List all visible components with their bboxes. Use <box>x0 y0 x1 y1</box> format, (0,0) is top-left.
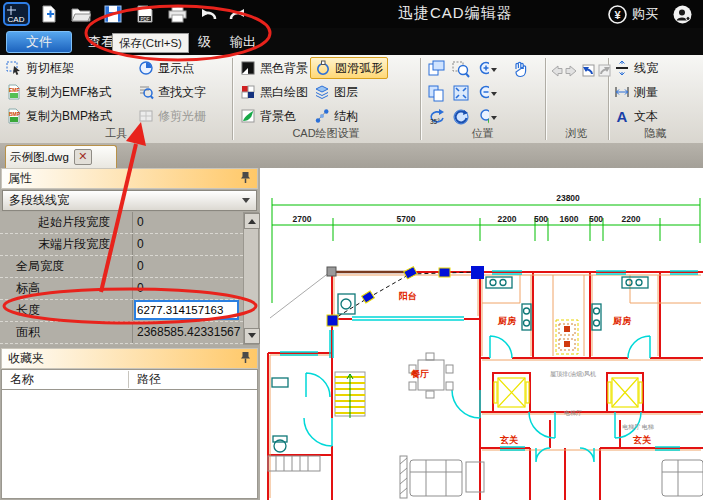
new-file-icon[interactable] <box>36 2 62 26</box>
drawing-area[interactable]: 23800 2700 5700 2200 500 1600 500 2200 <box>260 168 703 500</box>
property-value: 0 <box>133 256 243 277</box>
back-icon[interactable] <box>549 61 564 80</box>
find-text-button[interactable]: 查找文字 <box>138 82 206 102</box>
save-icon[interactable] <box>100 2 126 26</box>
text-button[interactable]: A 文本 <box>614 106 658 126</box>
property-row[interactable]: 面积 2368585.42331567 <box>0 322 243 344</box>
pan-icon[interactable] <box>511 59 530 78</box>
copy-emf-label: 复制为EMF格式 <box>26 84 111 101</box>
undo-icon[interactable] <box>196 2 222 26</box>
measure-button[interactable]: 测量 <box>614 82 658 102</box>
open-file-icon[interactable] <box>68 2 94 26</box>
next-view-icon[interactable] <box>597 61 613 80</box>
svg-text:¥: ¥ <box>614 8 621 20</box>
layers-button[interactable]: 图层 <box>314 82 358 102</box>
rotate-view-icon[interactable] <box>452 107 471 126</box>
copy-bmp-button[interactable]: BMP 复制为BMP格式 <box>6 106 112 126</box>
copy-emf-button[interactable]: EMF 复制为EMF格式 <box>6 82 111 102</box>
svg-text:2200: 2200 <box>622 214 641 224</box>
line-width-label: 线宽 <box>634 60 658 77</box>
property-label: 末端片段宽度 <box>0 234 133 255</box>
cad-settings-group-label: CAD绘图设置 <box>232 126 420 141</box>
text-label: 文本 <box>634 108 658 125</box>
trim-raster-button[interactable]: 修剪光栅 <box>138 106 206 126</box>
properties-panel-header: 属性 <box>1 168 258 189</box>
zoom-extents-icon[interactable] <box>452 83 471 102</box>
chevron-down-icon <box>242 198 250 207</box>
show-points-label: 显示点 <box>158 60 194 77</box>
page-rotate-icon[interactable] <box>427 59 446 78</box>
show-points-button[interactable]: 显示点 <box>138 58 194 78</box>
svg-text:电梯厅: 电梯厅 <box>564 409 582 416</box>
redo-icon[interactable] <box>224 2 250 26</box>
property-row[interactable]: 标高 0 <box>0 278 243 300</box>
close-tab-icon[interactable]: ✕ <box>74 149 92 165</box>
structure-button[interactable]: 结构 <box>314 106 358 126</box>
svg-text:EMF: EMF <box>9 87 20 93</box>
browse-group-label: 浏览 <box>545 126 608 141</box>
property-grid-scrollbar[interactable] <box>243 212 259 345</box>
document-tab[interactable]: 示例图.dwg ✕ <box>5 145 117 168</box>
black-background-button[interactable]: 黑色背景 <box>240 58 308 78</box>
pin-icon[interactable] <box>240 171 251 187</box>
favorites-path-column[interactable]: 路径 <box>128 371 161 388</box>
favorites-list[interactable] <box>1 390 258 499</box>
line-width-button[interactable]: 线宽 <box>614 58 658 78</box>
scroll-down-button[interactable] <box>244 328 260 344</box>
copy-bmp-label: 复制为BMP格式 <box>26 108 112 125</box>
scroll-up-button[interactable] <box>244 213 260 229</box>
dimension-labels: 23800 2700 5700 2200 500 1600 500 2200 <box>293 193 641 224</box>
zoom-out-icon[interactable] <box>478 83 497 102</box>
zoom-selected-dropdown[interactable] <box>491 116 497 123</box>
user-account-icon[interactable] <box>670 2 694 26</box>
length-value-input[interactable] <box>134 300 239 320</box>
property-row[interactable]: 全局宽度 0 <box>0 256 243 278</box>
zoom-in-icon[interactable] <box>478 59 497 78</box>
zoom-selected-icon[interactable] <box>478 107 497 126</box>
elevator-shafts <box>494 378 642 407</box>
print-icon[interactable] <box>164 2 190 26</box>
prev-view-icon[interactable] <box>581 61 597 80</box>
line-width-icon <box>614 60 630 76</box>
grip-corner[interactable] <box>327 267 336 276</box>
forward-icon[interactable] <box>565 61 580 80</box>
save-tooltip: 保存(Ctrl+S) <box>112 33 189 53</box>
grip-handle[interactable] <box>471 266 484 279</box>
property-row[interactable]: 末端片段宽度 0 <box>0 234 243 256</box>
zoom-in-dropdown[interactable] <box>491 68 497 75</box>
buy-button[interactable]: 购买 <box>632 5 658 23</box>
copy-view-icon[interactable] <box>427 83 446 102</box>
property-row-length[interactable]: 长度 <box>0 300 243 322</box>
favorites-panel-header: 收藏夹 <box>1 348 258 369</box>
tab-output[interactable]: 输出 <box>224 32 262 52</box>
floorplan-canvas[interactable]: 23800 2700 5700 2200 500 1600 500 2200 <box>260 168 703 500</box>
tab-file[interactable]: 文件 <box>6 31 72 53</box>
smooth-arc-button[interactable]: 圆滑弧形 <box>310 57 388 79</box>
cut-frame-button[interactable]: 剪切框架 <box>6 58 74 78</box>
room-label-foyer: 玄关 <box>632 435 652 445</box>
svg-text:2200: 2200 <box>498 214 517 224</box>
smooth-arc-icon <box>315 60 331 76</box>
zoom-out-dropdown[interactable] <box>491 92 497 99</box>
grip-handle[interactable] <box>404 267 417 279</box>
property-type-dropdown[interactable]: 多段线线宽 <box>2 190 257 211</box>
favorites-columns: 名称 路径 <box>1 369 258 390</box>
stairs <box>335 372 365 418</box>
bw-drawing-button[interactable]: 黑白绘图 <box>240 82 308 102</box>
pin-icon[interactable] <box>240 351 251 367</box>
property-row[interactable]: 起始片段宽度 0 <box>0 212 243 234</box>
background-color-label: 背景色 <box>260 108 296 125</box>
grip-handle[interactable] <box>327 315 338 326</box>
black-background-label: 黑色背景 <box>260 60 308 77</box>
zoom-window-icon[interactable] <box>452 59 471 78</box>
layers-icon <box>314 84 330 100</box>
rotate-35-icon[interactable]: 35° <box>427 107 446 126</box>
background-color-button[interactable]: 背景色 <box>240 106 296 126</box>
export-pdf-icon[interactable]: PDF <box>132 2 158 26</box>
trim-raster-icon <box>138 108 154 124</box>
cad-logo-icon[interactable]: CAD <box>3 2 30 26</box>
grip-handle[interactable] <box>439 268 450 277</box>
yuan-icon[interactable]: ¥ <box>606 2 628 26</box>
tab-advanced-partial[interactable]: 级 <box>192 32 217 52</box>
favorites-name-column[interactable]: 名称 <box>2 371 128 388</box>
